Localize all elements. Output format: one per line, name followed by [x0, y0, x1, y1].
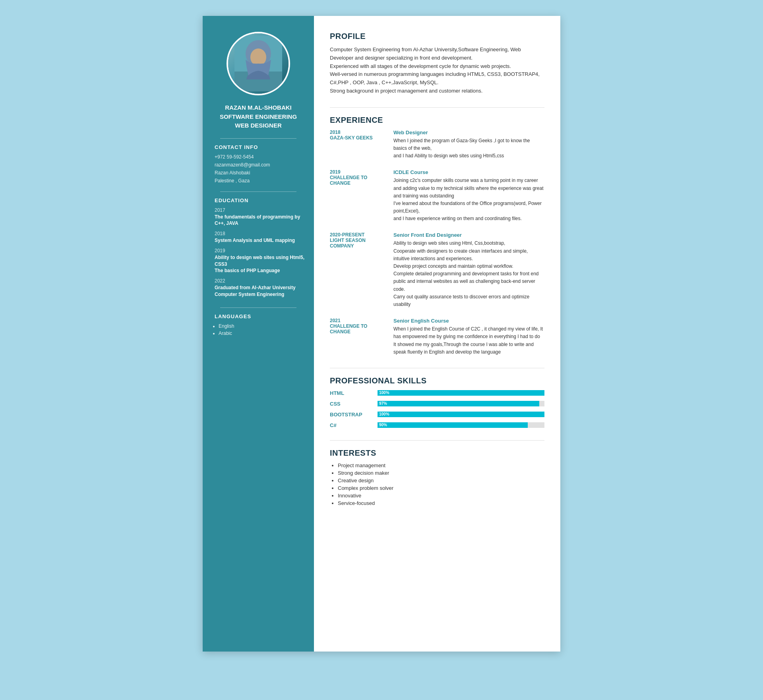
exp-right-3: Senior English Course When I joined the …: [393, 318, 544, 356]
contact-phone: +972 59-592-5454: [211, 154, 306, 160]
exp-year-2: 2020-PRESENT: [330, 232, 393, 238]
interest-2: Creative design: [338, 478, 544, 483]
edu-desc-0: The fundamentals of programming by C++, …: [215, 214, 306, 227]
exp-company-3: CHALLENGE TOCHANGE: [330, 323, 393, 335]
person-name: RAZAN M.AL-SHOBAKI SOFTWARE ENGINEERING …: [220, 103, 297, 130]
skill-name-bootstrap: BOOTSTRAP: [330, 412, 378, 418]
interest-4: Innovative: [338, 493, 544, 499]
skill-pct-bootstrap: 100%: [379, 412, 389, 417]
exp-item-1: 2019 CHALLENGE TOCHANGE ICDLE Course Joi…: [330, 169, 544, 222]
skill-bootstrap: BOOTSTRAP 100%: [330, 412, 544, 418]
edu-item-1: 2018 System Analysis and UML mapping: [211, 231, 306, 244]
sidebar: RAZAN M.AL-SHOBAKI SOFTWARE ENGINEERING …: [203, 16, 314, 652]
exp-title-3: Senior English Course: [393, 318, 544, 324]
divider-2: [220, 191, 296, 192]
language-0: English: [219, 323, 306, 329]
exp-right-0: Web Designer When I joined the program o…: [393, 130, 544, 160]
contact-email: razanmazen8@gmail.com: [211, 162, 306, 168]
education-title: EDUCATION: [211, 197, 306, 203]
exp-desc-1: Joining c2c's computer skills course was…: [393, 177, 544, 222]
edu-year-3: 2022: [215, 278, 306, 284]
skill-pct-csharp: 90%: [379, 422, 387, 428]
interest-0: Project management: [338, 462, 544, 468]
exp-left-0: 2018 GAZA-SKY GEEKS: [330, 130, 393, 160]
skill-name-csharp: C#: [330, 422, 378, 428]
main-content: PROFILE Computer System Engineering from…: [314, 16, 560, 652]
interest-5: Service-focused: [338, 500, 544, 506]
profile-text: Computer System Engineering from Al-Azha…: [330, 46, 544, 95]
divider-3: [220, 307, 296, 308]
skill-bar-bg-css: 97%: [378, 401, 544, 406]
exp-title-2: Senior Front End Designeer: [393, 232, 544, 238]
interests-list: Project management Strong decision maker…: [330, 462, 544, 506]
language-1: Arabic: [219, 331, 306, 336]
languages-list: English Arabic: [211, 323, 306, 338]
skill-bar-fill-css: 97%: [378, 401, 539, 406]
profile-section: PROFILE Computer System Engineering from…: [330, 32, 544, 95]
divider-skills: [330, 440, 544, 441]
exp-title-0: Web Designer: [393, 130, 544, 135]
divider-1: [220, 138, 296, 139]
skill-pct-css: 97%: [379, 401, 387, 406]
interests-section: INTERESTS Project management Strong deci…: [330, 449, 544, 506]
exp-year-1: 2019: [330, 169, 393, 175]
divider-experience: [330, 368, 544, 368]
exp-company-2: LIGHT SEASONCOMPANY: [330, 238, 393, 249]
edu-desc-1: System Analysis and UML mapping: [215, 237, 306, 244]
edu-item-2: 2019 Ability to design web sites using H…: [211, 248, 306, 274]
edu-year-0: 2017: [215, 207, 306, 213]
exp-item-3: 2021 CHALLENGE TOCHANGE Senior English C…: [330, 318, 544, 356]
skill-bar-bg-csharp: 90%: [378, 422, 544, 428]
exp-left-2: 2020-PRESENT LIGHT SEASONCOMPANY: [330, 232, 393, 308]
exp-right-1: ICDLE Course Joining c2c's computer skil…: [393, 169, 544, 222]
interest-1: Strong decision maker: [338, 470, 544, 476]
exp-year-0: 2018: [330, 130, 393, 135]
edu-desc-3: Graduated from Al-Azhar UniversityComput…: [215, 284, 306, 298]
avatar-image: [228, 33, 289, 94]
contact-title: CONTACT INFO: [211, 144, 306, 150]
edu-desc-2: Ability to design web sites using Html5,…: [215, 254, 306, 274]
interests-title: INTERESTS: [330, 449, 544, 458]
exp-left-3: 2021 CHALLENGE TOCHANGE: [330, 318, 393, 356]
edu-item-3: 2022 Graduated from Al-Azhar UniversityC…: [211, 278, 306, 298]
svg-point-4: [250, 48, 266, 66]
experience-title: EXPERIENCE: [330, 116, 544, 125]
exp-right-2: Senior Front End Designeer Ability to de…: [393, 232, 544, 308]
skill-css: CSS 97%: [330, 401, 544, 407]
divider-profile: [330, 107, 544, 108]
resume-wrapper: RAZAN M.AL-SHOBAKI SOFTWARE ENGINEERING …: [203, 16, 560, 652]
exp-desc-2: Ability to design web sites using Html, …: [393, 240, 544, 308]
skill-pct-html: 100%: [379, 390, 389, 396]
exp-desc-0: When I joined the program of Gaza-Sky Ge…: [393, 137, 544, 160]
skill-bar-fill-html: 100%: [378, 390, 544, 396]
exp-item-0: 2018 GAZA-SKY GEEKS Web Designer When I …: [330, 130, 544, 160]
skill-bar-bg-html: 100%: [378, 390, 544, 396]
skill-bar-fill-csharp: 90%: [378, 422, 528, 428]
skill-name-css: CSS: [330, 401, 378, 407]
interest-3: Complex problem solver: [338, 485, 544, 491]
languages-title: LANGUAGES: [211, 313, 306, 319]
skills-section: PROFESSIONAL SKILLS HTML 100% CSS 97%: [330, 376, 544, 428]
skill-bar-fill-bootstrap: 100%: [378, 412, 544, 417]
avatar: [227, 32, 290, 95]
skill-bar-bg-bootstrap: 100%: [378, 412, 544, 417]
skill-html: HTML 100%: [330, 390, 544, 396]
skill-name-html: HTML: [330, 390, 378, 396]
exp-company-0: GAZA-SKY GEEKS: [330, 135, 393, 141]
edu-year-1: 2018: [215, 231, 306, 236]
skill-csharp: C# 90%: [330, 422, 544, 428]
skills-title: PROFESSIONAL SKILLS: [330, 376, 544, 385]
exp-desc-3: When I joined the English Course of C2C …: [393, 325, 544, 356]
exp-title-1: ICDLE Course: [393, 169, 544, 175]
edu-item-0: 2017 The fundamentals of programming by …: [211, 207, 306, 227]
exp-item-2: 2020-PRESENT LIGHT SEASONCOMPANY Senior …: [330, 232, 544, 308]
contact-name: Razan Alshobaki: [211, 170, 306, 176]
exp-company-1: CHALLENGE TOCHANGE: [330, 175, 393, 186]
profile-title: PROFILE: [330, 32, 544, 41]
exp-left-1: 2019 CHALLENGE TOCHANGE: [330, 169, 393, 222]
contact-location: Palestine , Gaza: [211, 178, 306, 184]
edu-year-2: 2019: [215, 248, 306, 253]
experience-section: EXPERIENCE 2018 GAZA-SKY GEEKS Web Desig…: [330, 116, 544, 356]
exp-year-3: 2021: [330, 318, 393, 323]
